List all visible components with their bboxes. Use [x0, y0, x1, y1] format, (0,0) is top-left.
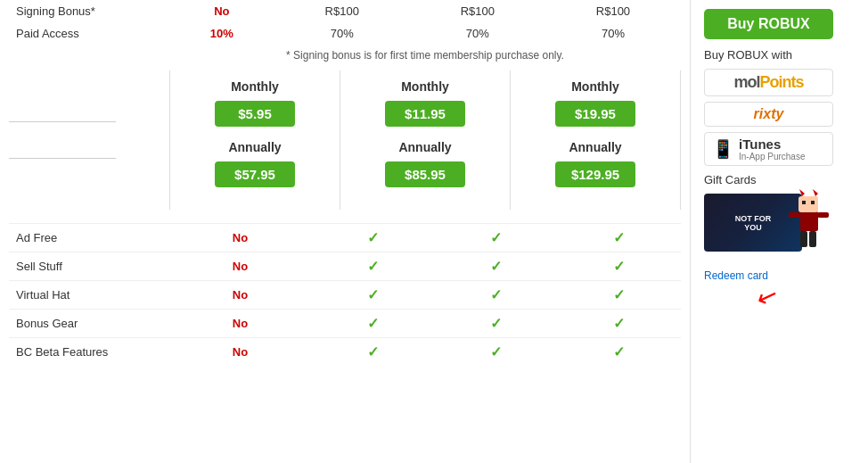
svg-rect-0: [800, 211, 818, 231]
top-row-col2: R$100: [274, 0, 410, 22]
feature-row: BC Beta FeaturesNo✓✓✓: [9, 338, 681, 367]
checkmark: ✓: [613, 259, 625, 274]
top-table-row: Signing Bonus*NoR$100R$100R$100: [9, 0, 681, 22]
monthly-price-btn-1[interactable]: $11.95: [385, 101, 465, 127]
annually-label-1: Annually: [345, 140, 505, 154]
svg-rect-5: [809, 231, 816, 247]
feature-check-3: ✓: [434, 281, 557, 310]
top-row-col3: R$100: [410, 0, 545, 22]
checkmark: ✓: [490, 287, 502, 302]
feature-check-4: ✓: [558, 224, 681, 252]
feature-check-4: ✓: [558, 338, 681, 367]
pricing-cards: Monthly $5.95 Annually $57.95 Monthly $1…: [169, 70, 681, 210]
svg-rect-1: [798, 196, 818, 212]
checkmark: ✓: [613, 230, 625, 245]
svg-marker-9: [813, 189, 818, 196]
feature-no: No: [233, 231, 248, 244]
feature-check-2: ✓: [311, 310, 434, 338]
svg-rect-3: [811, 201, 815, 204]
feature-check-2: ✓: [311, 252, 434, 281]
divider-bottom: [9, 158, 116, 159]
checkmark: ✓: [490, 230, 502, 245]
divider-top: [9, 121, 116, 122]
annually-label-0: Annually: [175, 140, 335, 154]
checkmark: ✓: [367, 344, 379, 360]
pricing-card-1: Monthly $5.95 Annually $57.95: [169, 70, 340, 210]
annually-price-btn-0[interactable]: $57.95: [215, 161, 295, 187]
pricing-card-2: Monthly $11.95 Annually $85.95: [340, 70, 510, 210]
footnote: * Signing bonus is for first time member…: [9, 49, 681, 62]
svg-rect-6: [789, 212, 800, 218]
checkmark: ✓: [490, 259, 502, 274]
feature-col1: No: [169, 310, 311, 338]
checkmark: ✓: [490, 344, 502, 360]
checkmark: ✓: [367, 259, 379, 274]
page-container: Signing Bonus*NoR$100R$100R$100Paid Acce…: [0, 0, 868, 463]
feature-no: No: [233, 345, 248, 359]
feature-label: Virtual Hat: [9, 281, 169, 310]
red-value: 10%: [210, 27, 233, 40]
feature-check-4: ✓: [558, 310, 681, 338]
feature-check-4: ✓: [558, 252, 681, 281]
feature-check-2: ✓: [311, 281, 434, 310]
mol-logo-text: molPoints: [733, 73, 803, 91]
mol-points-logo[interactable]: molPoints: [704, 69, 833, 96]
gift-card-area: NOT FORYOU: [704, 194, 833, 265]
buy-robux-button[interactable]: Buy ROBUX: [704, 9, 833, 39]
monthly-price-btn-2[interactable]: $19.95: [555, 101, 635, 127]
features-table: Ad FreeNo✓✓✓Sell StuffNo✓✓✓Virtual HatNo…: [9, 223, 681, 366]
top-row-col1: 10%: [169, 22, 274, 45]
gift-card-text: NOT FORYOU: [735, 214, 772, 232]
roblox-character: [784, 189, 833, 256]
monthly-price-btn-0[interactable]: $5.95: [215, 101, 295, 127]
svg-rect-7: [817, 212, 829, 218]
mol-text: mol: [733, 73, 759, 91]
monthly-label-2: Monthly: [515, 79, 676, 94]
phone-icon: 📱: [712, 138, 734, 160]
feature-check-3: ✓: [434, 310, 557, 338]
feature-check-3: ✓: [434, 338, 557, 367]
top-table: Signing Bonus*NoR$100R$100R$100Paid Acce…: [9, 0, 681, 45]
feature-label: Ad Free: [9, 224, 169, 252]
rixty-logo[interactable]: rixty: [704, 102, 833, 127]
top-row-col3: 70%: [410, 22, 545, 45]
feature-col1: No: [169, 338, 311, 367]
annually-price-btn-2[interactable]: $129.95: [555, 161, 635, 187]
feature-check-2: ✓: [311, 224, 434, 252]
checkmark: ✓: [367, 230, 379, 245]
itunes-name: iTunes: [739, 136, 806, 152]
redeem-card-link[interactable]: Redeem card: [704, 269, 855, 282]
feature-row: Virtual HatNo✓✓✓: [9, 281, 681, 310]
top-row-col2: 70%: [274, 22, 410, 45]
pricing-label-col: [9, 70, 169, 210]
svg-rect-4: [800, 231, 807, 247]
feature-no: No: [233, 288, 248, 302]
red-arrow-icon: ↙: [753, 279, 782, 314]
feature-check-4: ✓: [558, 281, 681, 310]
checkmark: ✓: [367, 287, 379, 302]
arrow-container: Redeem card ↙: [704, 269, 855, 311]
checkmark: ✓: [613, 287, 625, 302]
points-text: Points: [760, 73, 804, 91]
gift-cards-label: Gift Cards: [704, 173, 855, 186]
checkmark: ✓: [613, 344, 625, 360]
top-row-col4: 70%: [545, 22, 681, 45]
buy-robux-with-label: Buy ROBUX with: [704, 48, 855, 62]
itunes-inapp: In-App Purchase: [739, 152, 806, 161]
itunes-text: iTunes In-App Purchase: [739, 136, 806, 161]
feature-row: Ad FreeNo✓✓✓: [9, 224, 681, 252]
pricing-card-3: Monthly $19.95 Annually $129.95: [510, 70, 681, 210]
top-table-row: Paid Access10%70%70%70%: [9, 22, 681, 45]
character-svg: [784, 189, 833, 256]
feature-col1: No: [169, 224, 311, 252]
svg-rect-2: [802, 201, 806, 204]
feature-row: Sell StuffNo✓✓✓: [9, 252, 681, 281]
pricing-section: Monthly $5.95 Annually $57.95 Monthly $1…: [9, 70, 681, 210]
checkmark: ✓: [367, 316, 379, 331]
red-value: No: [214, 4, 229, 18]
feature-no: No: [233, 317, 248, 330]
itunes-payment[interactable]: 📱 iTunes In-App Purchase: [704, 132, 833, 166]
annually-price-btn-1[interactable]: $85.95: [385, 161, 465, 187]
top-row-col4: R$100: [545, 0, 681, 22]
feature-label: Sell Stuff: [9, 252, 169, 281]
